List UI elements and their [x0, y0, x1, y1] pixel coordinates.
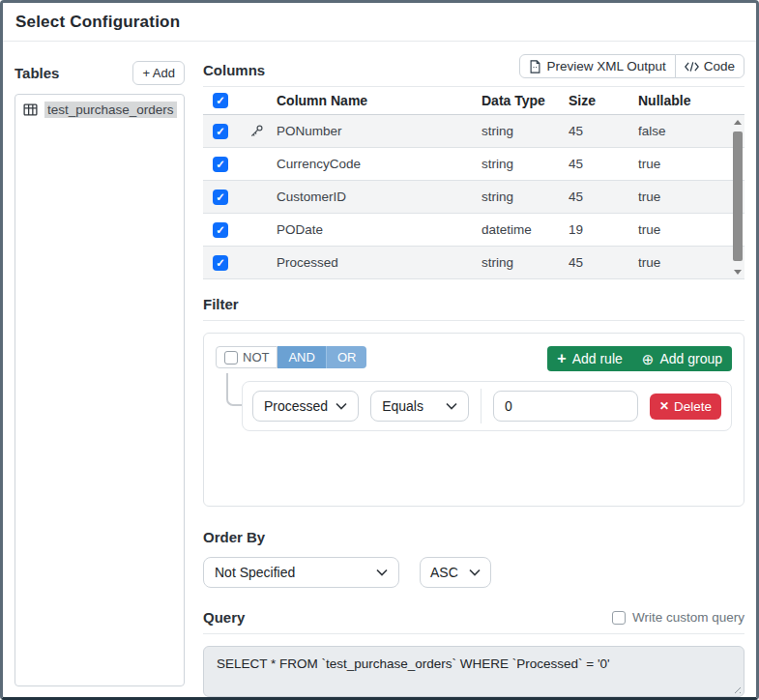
scroll-down-arrow[interactable]	[734, 270, 742, 275]
order-by-label: Order By	[203, 529, 744, 545]
cell-data-type: datetime	[482, 222, 569, 237]
tables-list: test_purchase_orders	[15, 94, 185, 686]
cell-nullable: true	[638, 157, 727, 171]
rule-field-select[interactable]: Processed	[252, 391, 359, 422]
query-textarea[interactable]: SELECT * FROM `test_purchase_orders` WHE…	[203, 646, 744, 697]
filter-rule-container: Processed Equals ✕ Delete	[229, 381, 732, 431]
chevron-down-icon	[446, 402, 457, 410]
cell-size: 45	[569, 124, 638, 138]
primary-key-icon	[249, 124, 264, 138]
scroll-up-arrow[interactable]	[734, 120, 742, 125]
cell-nullable: true	[638, 190, 727, 204]
table-row[interactable]: CurrencyCode string 45 true	[203, 148, 744, 181]
cell-data-type: string	[482, 124, 569, 138]
rule-operator-select[interactable]: Equals	[370, 391, 469, 422]
cell-nullable: true	[638, 222, 727, 237]
add-group-button[interactable]: ⊕ Add group	[632, 346, 732, 371]
table-icon	[23, 102, 38, 117]
columns-label: Columns	[203, 62, 265, 78]
code-icon	[685, 61, 699, 73]
cell-name: Processed	[277, 255, 482, 270]
output-toolbar: Preview XML Output Code	[519, 54, 744, 78]
preview-xml-button[interactable]: Preview XML Output	[519, 54, 675, 78]
add-table-button[interactable]: + Add	[132, 61, 185, 85]
or-button[interactable]: OR	[326, 346, 367, 368]
header-nullable: Nullable	[638, 93, 727, 108]
config-panel: Columns Preview XML Output	[203, 42, 744, 697]
cell-nullable: true	[638, 255, 727, 270]
cell-size: 19	[569, 222, 638, 237]
cell-name: CustomerID	[277, 190, 482, 204]
select-all-checkbox[interactable]	[213, 93, 228, 108]
row-checkbox[interactable]	[213, 124, 228, 139]
row-checkbox[interactable]	[213, 190, 228, 205]
x-icon: ✕	[659, 399, 669, 413]
rule-divider	[481, 389, 482, 423]
scrollbar-thumb[interactable]	[733, 131, 743, 261]
table-row[interactable]: Processed string 45 true	[203, 247, 744, 279]
row-checkbox[interactable]	[213, 255, 228, 271]
query-divider	[203, 633, 744, 634]
and-button[interactable]: AND	[277, 346, 325, 368]
chevron-down-icon	[376, 569, 388, 576]
columns-scrollbar[interactable]	[732, 118, 744, 277]
table-list-item[interactable]: test_purchase_orders	[23, 102, 176, 118]
table-item-label: test_purchase_orders	[44, 102, 177, 118]
filter-label: Filter	[203, 296, 744, 312]
table-row[interactable]: PONumber string 45 false	[203, 115, 744, 148]
write-custom-query-toggle[interactable]: Write custom query	[612, 610, 744, 625]
cell-data-type: string	[482, 190, 569, 204]
columns-table-header: Column Name Data Type Size Nullable	[203, 87, 744, 115]
order-direction-select[interactable]: ASC	[420, 557, 491, 588]
cell-name: PONumber	[277, 124, 482, 138]
custom-query-checkbox[interactable]	[612, 611, 626, 625]
cell-data-type: string	[482, 157, 569, 171]
code-button[interactable]: Code	[675, 54, 744, 78]
add-rule-button[interactable]: + Add rule	[547, 346, 632, 371]
filter-rule: Processed Equals ✕ Delete	[242, 381, 732, 431]
delete-rule-button[interactable]: ✕ Delete	[650, 394, 721, 420]
order-by-field-select[interactable]: Not Specified	[203, 557, 399, 588]
not-toggle[interactable]: NOT	[216, 346, 277, 368]
row-checkbox[interactable]	[213, 157, 228, 172]
plus-icon: +	[557, 351, 566, 366]
cell-size: 45	[569, 190, 638, 204]
not-checkbox[interactable]	[224, 351, 238, 365]
rule-value-input[interactable]	[493, 391, 638, 422]
chevron-down-icon	[469, 569, 481, 576]
cell-data-type: string	[482, 255, 569, 270]
tables-label: Tables	[15, 65, 59, 81]
cell-size: 45	[569, 255, 638, 270]
columns-table-body: PONumber string 45 false CurrencyCode st…	[203, 115, 744, 279]
cell-size: 45	[569, 157, 638, 171]
group-condition-toggle: NOT AND OR	[216, 346, 366, 368]
header-data-type: Data Type	[482, 93, 569, 108]
main-content: Tables + Add test_purchase_orders Column…	[3, 42, 756, 697]
cell-name: CurrencyCode	[277, 157, 482, 171]
page-title: Select Configuration	[15, 13, 743, 32]
filter-divider	[203, 320, 744, 321]
cell-name: PODate	[277, 222, 482, 237]
query-label: Query	[203, 609, 245, 626]
table-row[interactable]: PODate datetime 19 true	[203, 214, 744, 247]
file-icon	[529, 60, 541, 73]
chevron-down-icon	[336, 402, 347, 410]
header-size: Size	[569, 93, 638, 108]
circle-plus-icon: ⊕	[642, 352, 655, 366]
header-column-name: Column Name	[277, 93, 482, 108]
cell-nullable: false	[638, 124, 727, 138]
query-builder-group: NOT AND OR + Add rule ⊕ Add group	[203, 333, 744, 507]
table-row[interactable]: CustomerID string 45 true	[203, 181, 744, 214]
titlebar: Select Configuration	[3, 3, 756, 41]
tables-panel: Tables + Add test_purchase_orders	[15, 42, 185, 697]
row-checkbox[interactable]	[213, 222, 228, 238]
group-actions: + Add rule ⊕ Add group	[547, 346, 732, 371]
